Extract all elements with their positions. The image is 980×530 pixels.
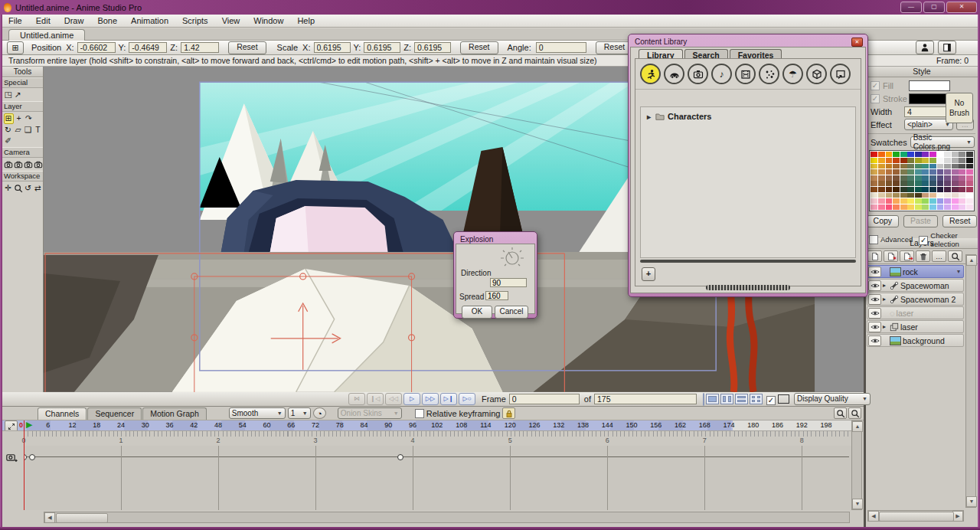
- layer-row-spacewoman-2[interactable]: ▸Spacewoman 2: [867, 293, 964, 306]
- output-checkbox[interactable]: ✓: [766, 394, 776, 405]
- advanced-checkbox[interactable]: [869, 235, 878, 244]
- swatch-3-2[interactable]: [886, 169, 893, 175]
- swatch-4-8[interactable]: [929, 175, 936, 181]
- swatch-6-12[interactable]: [959, 187, 965, 192]
- swatch-9-8[interactable]: [929, 204, 936, 210]
- category-3d-button[interactable]: [806, 64, 827, 84]
- swatch-0-11[interactable]: [952, 152, 959, 157]
- layer-more-button[interactable]: …: [932, 250, 946, 262]
- swatch-5-0[interactable]: [871, 181, 877, 186]
- menu-window[interactable]: Window: [253, 16, 283, 25]
- scale-x-field[interactable]: [314, 42, 351, 53]
- swatch-6-9[interactable]: [937, 187, 944, 192]
- swatch-0-0[interactable]: [871, 152, 877, 157]
- layer-visibility-toggle[interactable]: [868, 267, 881, 277]
- swatch-2-5[interactable]: [907, 164, 914, 169]
- swatch-5-4[interactable]: [900, 181, 907, 186]
- swatch-4-5[interactable]: [907, 175, 914, 181]
- swatch-0-13[interactable]: [966, 152, 973, 157]
- swatch-6-1[interactable]: [878, 187, 885, 192]
- curvature-tool[interactable]: ↷: [24, 113, 34, 123]
- swatch-3-8[interactable]: [929, 169, 936, 175]
- swatch-8-9[interactable]: [937, 198, 944, 204]
- interpolation-dropdown[interactable]: Smooth▼: [229, 407, 286, 419]
- bind-layer-tool[interactable]: ❏: [24, 125, 33, 135]
- swatch-6-3[interactable]: [893, 187, 900, 192]
- swatch-4-11[interactable]: [952, 175, 959, 181]
- swatch-6-13[interactable]: [966, 187, 973, 192]
- swatch-2-10[interactable]: [944, 164, 951, 169]
- layer-visibility-toggle[interactable]: [868, 308, 881, 319]
- swatch-5-3[interactable]: [893, 181, 900, 186]
- crop-tool[interactable]: ◳: [4, 90, 13, 100]
- menu-animation[interactable]: Animation: [131, 16, 168, 25]
- swatch-9-12[interactable]: [959, 204, 965, 210]
- menu-help[interactable]: Help: [297, 16, 315, 25]
- menu-edit[interactable]: Edit: [36, 16, 51, 25]
- swatch-9-5[interactable]: [907, 204, 914, 210]
- swatch-8-1[interactable]: [878, 198, 885, 204]
- minimize-button[interactable]: —: [900, 2, 922, 13]
- menu-view[interactable]: View: [222, 16, 240, 25]
- current-frame-field[interactable]: [509, 394, 580, 404]
- swatch-3-6[interactable]: [915, 169, 922, 175]
- pan-camera-tool[interactable]: [34, 159, 43, 169]
- new-layer-button[interactable]: [867, 250, 882, 262]
- swatch-7-3[interactable]: [893, 193, 900, 198]
- jump-start-button[interactable]: ⋈: [348, 393, 365, 405]
- library-panel-button[interactable]: [938, 41, 956, 54]
- swatch-0-3[interactable]: [893, 152, 900, 157]
- duplicate-layer-button[interactable]: ➜: [900, 250, 914, 262]
- rotate-workspace-tool[interactable]: ↺: [24, 183, 33, 193]
- keyframe-frame-93[interactable]: [397, 454, 403, 460]
- timeline-tab-sequencer[interactable]: Sequencer: [87, 407, 142, 420]
- swatch-2-3[interactable]: [893, 164, 900, 169]
- maximize-button[interactable]: ▢: [923, 2, 945, 13]
- swatch-8-11[interactable]: [952, 198, 959, 204]
- swatch-5-7[interactable]: [922, 181, 929, 186]
- layer-row-background[interactable]: background: [867, 334, 964, 347]
- swatch-2-0[interactable]: [871, 164, 877, 169]
- swatch-7-1[interactable]: [878, 193, 885, 198]
- content-library-close-button[interactable]: ✕: [851, 38, 863, 47]
- tree-expand-arrow[interactable]: ▸: [647, 113, 652, 121]
- swatch-1-11[interactable]: [952, 158, 959, 163]
- swatch-8-12[interactable]: [959, 198, 965, 204]
- split-vertical-view-button[interactable]: [720, 394, 733, 404]
- swatch-2-6[interactable]: [915, 164, 922, 169]
- stroke-checkbox[interactable]: ✓: [871, 94, 880, 103]
- swatch-8-6[interactable]: [915, 198, 922, 204]
- swatch-0-4[interactable]: [900, 152, 907, 157]
- content-library-resize-grip[interactable]: [706, 285, 790, 290]
- swatch-8-13[interactable]: [966, 198, 973, 204]
- swatch-0-10[interactable]: [944, 152, 951, 157]
- category-characters-button[interactable]: [640, 64, 661, 84]
- layer-options-arrow[interactable]: ▾: [957, 268, 960, 275]
- swatch-8-3[interactable]: [893, 198, 900, 204]
- layer-row-laser[interactable]: ▸laser: [867, 320, 964, 333]
- swatch-1-0[interactable]: [871, 158, 877, 163]
- swatch-5-5[interactable]: [907, 181, 914, 186]
- swatch-7-6[interactable]: [915, 193, 922, 198]
- category-vehicles-button[interactable]: [664, 64, 684, 84]
- swatch-1-6[interactable]: [915, 158, 922, 163]
- swatch-2-13[interactable]: [966, 164, 973, 169]
- transform-tool[interactable]: ⊞: [4, 113, 14, 124]
- swatch-0-2[interactable]: [886, 152, 893, 157]
- swatch-3-0[interactable]: [871, 169, 877, 175]
- position-x-field[interactable]: [77, 42, 116, 53]
- swatch-0-1[interactable]: [878, 152, 885, 157]
- title-bar[interactable]: Untitled.anime - Anime Studio Pro — ▢ ✕: [0, 0, 980, 15]
- swatch-8-2[interactable]: [886, 198, 893, 204]
- swatch-6-2[interactable]: [886, 187, 893, 192]
- swatch-7-12[interactable]: [959, 193, 965, 198]
- swatch-8-7[interactable]: [922, 198, 929, 204]
- swatch-3-5[interactable]: [907, 169, 914, 175]
- prev-frame-button[interactable]: ◁◁: [385, 393, 402, 405]
- swatch-4-3[interactable]: [893, 175, 900, 181]
- text-tool[interactable]: T: [34, 125, 43, 135]
- layer-visibility-toggle[interactable]: [868, 322, 881, 332]
- swatch-4-7[interactable]: [922, 175, 929, 181]
- swatches-dropdown[interactable]: Basic Colors.png▼: [910, 136, 975, 148]
- playhead-line[interactable]: [24, 420, 24, 510]
